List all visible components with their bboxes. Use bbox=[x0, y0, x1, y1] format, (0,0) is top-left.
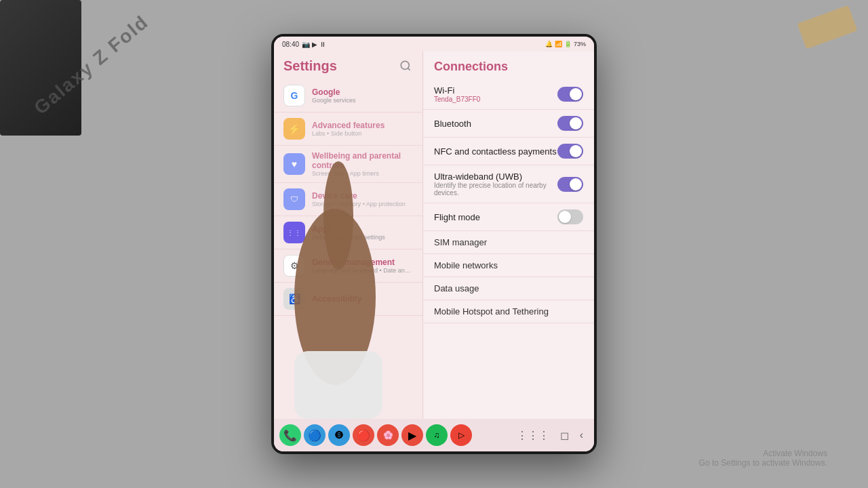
nav-home-button[interactable]: ◻ bbox=[560, 429, 569, 442]
apps-item-title: Apps bbox=[312, 224, 413, 234]
bluetooth-toggle-thumb bbox=[570, 117, 582, 129]
battery-level: 73% bbox=[574, 41, 586, 47]
status-bar: 08:40 📷 ▶ ⏸ 🔔 📶 🔋 73% bbox=[274, 37, 594, 52]
connections-title: Connections bbox=[434, 60, 583, 74]
hotspot-text: Mobile Hotspot and Tethering bbox=[434, 306, 583, 317]
uwb-title: Ultra-wideband (UWB) bbox=[434, 171, 557, 182]
wifi-text: Wi-Fi Tenda_B73FF0 bbox=[434, 85, 557, 103]
google-item-text: Google Google services bbox=[312, 87, 413, 104]
dock-samsung[interactable]: 🅢 bbox=[328, 424, 350, 446]
svg-line-1 bbox=[408, 68, 410, 70]
apps-item-subtitle: Default apps • App settings bbox=[312, 234, 413, 241]
sidebar-item-google[interactable]: G Google Google services bbox=[274, 79, 422, 113]
bluetooth-item[interactable]: Bluetooth bbox=[423, 110, 594, 138]
bottom-nav: 📞 🔵 🅢 🔴 🌸 ▶ ♫ ▷ ⋮⋮⋮ ◻ ‹ bbox=[274, 419, 594, 451]
sidebar-item-apps[interactable]: ⋮⋮ Apps Default apps • App settings bbox=[274, 216, 422, 249]
accessibility-item-title: Accessibility bbox=[312, 294, 413, 304]
wellbeing-item-title: Wellbeing and parental controls bbox=[312, 151, 413, 170]
google-item-title: Google bbox=[312, 87, 413, 97]
flight-title: Flight mode bbox=[434, 212, 557, 222]
nfc-title: NFC and contactless payments bbox=[434, 146, 557, 157]
connections-header: Connections bbox=[423, 52, 594, 79]
bluetooth-text: Bluetooth bbox=[434, 119, 557, 129]
left-panel: Settings G Google Google services bbox=[274, 52, 423, 419]
datausage-item[interactable]: Data usage bbox=[423, 277, 594, 300]
dock-store2[interactable]: 🌸 bbox=[377, 424, 399, 446]
sidebar-item-general[interactable]: ⚙ General management Language and keyboa… bbox=[274, 249, 422, 283]
status-icons: 📷 ▶ ⏸ bbox=[302, 41, 326, 48]
uwb-item[interactable]: Ultra-wideband (UWB) Identify the precis… bbox=[423, 165, 594, 203]
nav-back-button[interactable]: ‹ bbox=[580, 429, 583, 441]
dock-icons: 📞 🔵 🅢 🔴 🌸 ▶ ♫ ▷ bbox=[279, 424, 517, 446]
dock-youtube[interactable]: ▶ bbox=[401, 424, 423, 446]
flight-text: Flight mode bbox=[434, 212, 557, 222]
windows-activate-line1: Activate Windows bbox=[699, 449, 827, 458]
status-right: 🔔 📶 🔋 73% bbox=[545, 41, 586, 47]
wifi-title: Wi-Fi bbox=[434, 85, 557, 96]
sidebar-item-devicecare[interactable]: 🛡 Device care Storage • Memory • App pro… bbox=[274, 183, 422, 216]
general-item-text: General management Language and keyboard… bbox=[312, 258, 413, 274]
hotspot-title: Mobile Hotspot and Tethering bbox=[434, 306, 583, 317]
flight-toggle-thumb bbox=[559, 211, 571, 223]
phone-frame: 08:40 📷 ▶ ⏸ 🔔 📶 🔋 73% Settings bbox=[271, 34, 597, 454]
svg-point-0 bbox=[401, 61, 409, 69]
sim-item[interactable]: SIM manager bbox=[423, 231, 594, 254]
windows-activate: Activate Windows Go to Settings to activ… bbox=[699, 449, 827, 468]
nav-buttons: ⋮⋮⋮ ◻ ‹ bbox=[517, 429, 589, 442]
mobile-title: Mobile networks bbox=[434, 260, 583, 270]
wellbeing-item-subtitle: Screen time • App timers bbox=[312, 170, 413, 177]
dock-play[interactable]: ▷ bbox=[450, 424, 472, 446]
signal-icon: 📶 bbox=[555, 41, 562, 47]
dock-phone[interactable]: 📞 bbox=[279, 424, 301, 446]
sidebar-item-advanced[interactable]: ⚡ Advanced features Labs • Side button bbox=[274, 113, 422, 146]
devicecare-item-title: Device care bbox=[312, 191, 413, 201]
devicecare-item-subtitle: Storage • Memory • App protection bbox=[312, 201, 413, 207]
connections-list: Wi-Fi Tenda_B73FF0 Bluetooth bbox=[423, 79, 594, 323]
google-icon: G bbox=[283, 85, 305, 106]
sidebar-item-wellbeing[interactable]: ♥ Wellbeing and parental controls Screen… bbox=[274, 146, 422, 183]
apps-icon: ⋮⋮ bbox=[283, 222, 305, 243]
mobile-text: Mobile networks bbox=[434, 260, 583, 270]
status-left: 08:40 📷 ▶ ⏸ bbox=[282, 41, 326, 48]
dock-store1[interactable]: 🔴 bbox=[353, 424, 374, 446]
sidebar-item-accessibility[interactable]: ♿ Accessibility bbox=[274, 283, 422, 316]
windows-activate-line2: Go to Settings to activate Windows. bbox=[699, 458, 827, 468]
general-item-subtitle: Language and keyboard • Date and time bbox=[312, 267, 413, 274]
wifi-toggle-thumb bbox=[570, 88, 582, 100]
advanced-item-subtitle: Labs • Side button bbox=[312, 130, 413, 137]
nfc-item[interactable]: NFC and contactless payments bbox=[423, 138, 594, 165]
devicecare-icon: 🛡 bbox=[283, 188, 305, 210]
advanced-icon: ⚡ bbox=[283, 118, 305, 140]
nfc-toggle[interactable] bbox=[557, 144, 583, 159]
volume-icon: 🔔 bbox=[545, 41, 553, 47]
advanced-item-text: Advanced features Labs • Side button bbox=[312, 121, 413, 137]
nav-menu-button[interactable]: ⋮⋮⋮ bbox=[517, 429, 549, 442]
content-area: Settings G Google Google services bbox=[274, 52, 594, 419]
phone-screen: 08:40 📷 ▶ ⏸ 🔔 📶 🔋 73% Settings bbox=[274, 37, 594, 451]
accessibility-icon: ♿ bbox=[283, 288, 305, 310]
search-icon[interactable] bbox=[399, 60, 413, 73]
right-panel: Connections Wi-Fi Tenda_B73FF0 bbox=[423, 52, 594, 419]
general-item-title: General management bbox=[312, 258, 413, 267]
dock-bixby[interactable]: 🔵 bbox=[304, 424, 326, 446]
flight-item[interactable]: Flight mode bbox=[423, 203, 594, 231]
wellbeing-item-text: Wellbeing and parental controls Screen t… bbox=[312, 151, 413, 177]
accessibility-item-text: Accessibility bbox=[312, 294, 413, 304]
sim-text: SIM manager bbox=[434, 237, 583, 247]
bluetooth-title: Bluetooth bbox=[434, 119, 557, 129]
uwb-toggle-thumb bbox=[570, 178, 582, 190]
wifi-item[interactable]: Wi-Fi Tenda_B73FF0 bbox=[423, 79, 594, 110]
battery-icon: 🔋 bbox=[564, 41, 572, 47]
advanced-item-title: Advanced features bbox=[312, 121, 413, 130]
status-time: 08:40 bbox=[282, 41, 299, 48]
bluetooth-toggle[interactable] bbox=[557, 116, 583, 131]
dock-spotify[interactable]: ♫ bbox=[426, 424, 448, 446]
uwb-toggle[interactable] bbox=[557, 177, 583, 192]
uwb-subtitle: Identify the precise location of nearby … bbox=[434, 182, 557, 197]
mobile-item[interactable]: Mobile networks bbox=[423, 254, 594, 277]
devicecare-item-text: Device care Storage • Memory • App prote… bbox=[312, 191, 413, 207]
hotspot-item[interactable]: Mobile Hotspot and Tethering bbox=[423, 300, 594, 323]
settings-title: Settings bbox=[283, 58, 337, 74]
wifi-toggle[interactable] bbox=[557, 87, 583, 102]
flight-toggle[interactable] bbox=[557, 209, 583, 224]
